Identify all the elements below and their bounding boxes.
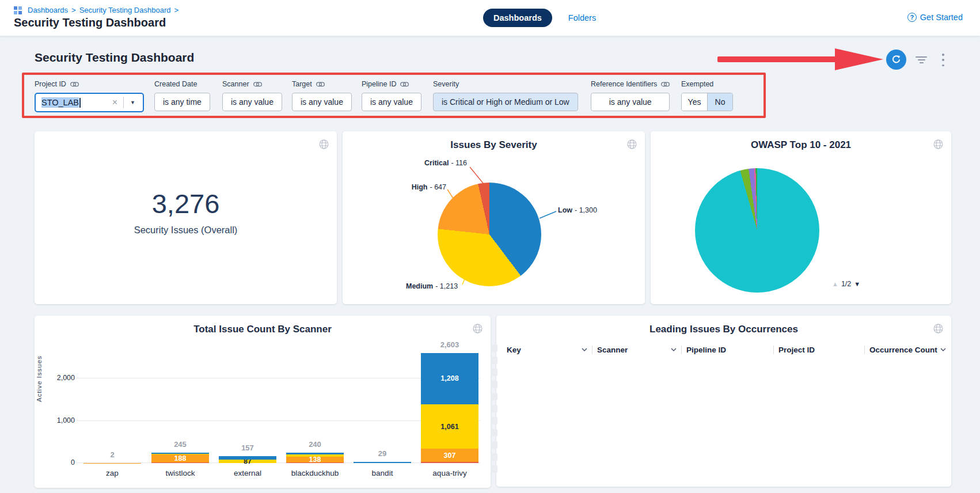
bar-total-label: 29 xyxy=(354,449,411,458)
target-chip[interactable]: is any value xyxy=(292,93,352,111)
bar-segment-blue xyxy=(286,453,344,454)
card-owasp-top-10: OWASP Top 10 - 2021 ▲ 1/2 ▼ xyxy=(651,131,951,304)
filter-label: Reference Identifiers xyxy=(591,80,657,88)
bar-twistlock[interactable]: 188 xyxy=(151,453,209,463)
filter-exempted: Exempted Yes No xyxy=(681,79,733,111)
bar-chart-plot[interactable]: 01,0002,0002zap188245twistlock87157exter… xyxy=(79,347,483,463)
table-header-row: Key Scanner Pipeline ID Project ID Occur… xyxy=(502,343,951,356)
pie-label-critical: Critical- 116 xyxy=(398,159,467,167)
bar-segment-yellow: 87 xyxy=(219,460,276,463)
page-indicator: 1/2 xyxy=(841,280,851,288)
page-up-icon[interactable]: ▲ xyxy=(832,280,838,287)
bar-segment-blue xyxy=(354,462,411,463)
tab-dashboards[interactable]: Dashboards xyxy=(483,9,552,27)
segment-value-label: 1,061 xyxy=(421,423,478,430)
column-header-scanner[interactable]: Scanner xyxy=(592,346,681,354)
globe-icon xyxy=(473,324,483,333)
filter-label: Exempted xyxy=(681,80,713,88)
breadcrumb: Dashboards > Security Testing Dashboard … xyxy=(14,6,178,14)
pie-label-high: High- 647 xyxy=(388,183,446,191)
bar-segment-blue xyxy=(219,456,276,459)
filter-severity: Severity is Critical or High or Medium o… xyxy=(433,79,578,111)
filter-label: Target xyxy=(292,80,312,88)
exempted-no-button[interactable]: No xyxy=(707,93,732,111)
segment-value-label: 1,208 xyxy=(421,375,478,382)
breadcrumb-separator: > xyxy=(174,6,178,14)
globe-icon xyxy=(319,139,329,149)
issues-by-severity-pie[interactable] xyxy=(438,183,541,286)
filter-label: Pipeline ID xyxy=(362,80,396,88)
text-cursor xyxy=(79,98,81,108)
filter-icon[interactable] xyxy=(914,55,928,65)
created-date-chip[interactable]: is any time xyxy=(154,93,210,111)
severity-chip[interactable]: is Critical or High or Medium or Low xyxy=(433,93,578,111)
tab-folders[interactable]: Folders xyxy=(568,13,596,22)
card-total-issue-count-by-scanner: Total Issue Count By Scanner Active Issu… xyxy=(35,316,491,488)
segment-value-label: 138 xyxy=(286,456,344,464)
page-down-icon[interactable]: ▼ xyxy=(854,280,860,287)
x-axis-label: blackduckhub xyxy=(280,469,350,477)
pie-pagination: ▲ 1/2 ▼ xyxy=(832,280,860,288)
bar-zap[interactable] xyxy=(83,463,141,464)
filter-reference-identifiers: Reference Identifiers is any value xyxy=(591,79,670,111)
breadcrumb-separator: > xyxy=(71,6,76,14)
gridline xyxy=(76,420,480,421)
annotation-arrow xyxy=(717,48,886,70)
bar-segment-orange: 188 xyxy=(151,454,209,462)
project-id-input[interactable]: STO_LAB × ▼ xyxy=(35,93,144,112)
gridline xyxy=(76,378,480,378)
page-title: Security Testing Dashboard xyxy=(14,16,166,29)
dashboard-title: Security Testing Dashboard xyxy=(35,51,194,65)
chevron-down-icon[interactable]: ▼ xyxy=(126,100,139,105)
x-axis-label: bandit xyxy=(348,469,417,477)
bar-aqua-trivy[interactable]: 3071,0611,208 xyxy=(421,353,478,463)
bar-segment-blue: 1,208 xyxy=(421,353,478,404)
chevron-down-icon xyxy=(582,348,587,351)
exempted-yes-button[interactable]: Yes xyxy=(682,93,707,111)
filter-scanner: Scanner is any value xyxy=(222,79,282,111)
owasp-pie[interactable] xyxy=(695,168,819,293)
scanner-chip[interactable]: is any value xyxy=(222,93,282,111)
bar-total-label: 240 xyxy=(286,440,344,449)
card-security-issues-overall: 3,276 Security Issues (Overall) xyxy=(35,131,337,304)
bar-bandit[interactable] xyxy=(354,462,411,463)
bar-segment-red xyxy=(421,462,478,463)
column-header-key[interactable]: Key xyxy=(502,346,592,354)
project-id-value: STO_LAB xyxy=(41,97,79,108)
loading-skeleton-strip xyxy=(491,344,497,477)
breadcrumb-dashboards[interactable]: Dashboards xyxy=(28,6,68,14)
column-header-pipeline-id[interactable]: Pipeline ID xyxy=(681,346,773,354)
bar-blackduckhub[interactable]: 138 xyxy=(286,453,344,463)
bar-external[interactable]: 87 xyxy=(219,456,276,463)
chevron-down-icon xyxy=(940,348,946,351)
x-axis-label: external xyxy=(213,469,282,477)
get-started-link[interactable]: ? Get Started xyxy=(907,13,963,22)
y-tick-label: 2,000 xyxy=(43,374,75,382)
refresh-icon xyxy=(891,55,901,65)
refresh-button[interactable] xyxy=(886,50,906,70)
question-circle-icon: ? xyxy=(907,13,917,22)
chevron-down-icon xyxy=(671,348,677,351)
globe-icon xyxy=(933,139,943,149)
column-header-occurrence-count[interactable]: Occurrence Count xyxy=(864,346,951,354)
bar-total-label: 245 xyxy=(151,440,209,449)
globe-icon xyxy=(933,324,943,333)
bar-total-label: 157 xyxy=(219,443,276,452)
breadcrumb-current[interactable]: Security Testing Dashboard xyxy=(79,6,171,14)
column-header-project-id[interactable]: Project ID xyxy=(773,346,864,354)
bar-total-label: 2 xyxy=(83,450,141,459)
y-tick-label: 0 xyxy=(43,458,75,467)
bar-segment-orange: 138 xyxy=(286,457,344,462)
filter-target: Target is any value xyxy=(292,79,352,111)
pipeline-id-chip[interactable]: is any value xyxy=(362,93,421,111)
stat-value: 3,276 xyxy=(35,188,337,219)
bar-segment-orange xyxy=(83,463,141,464)
filter-label: Scanner xyxy=(222,80,249,88)
exempted-toggle: Yes No xyxy=(681,93,733,111)
link-icon xyxy=(661,82,670,87)
reference-identifiers-chip[interactable]: is any value xyxy=(591,93,670,111)
bar-segment-yellow xyxy=(151,454,209,455)
pie-label-medium: Medium- 1,213 xyxy=(406,282,458,290)
clear-icon[interactable]: × xyxy=(109,97,121,108)
kebab-menu-icon[interactable] xyxy=(939,54,947,66)
